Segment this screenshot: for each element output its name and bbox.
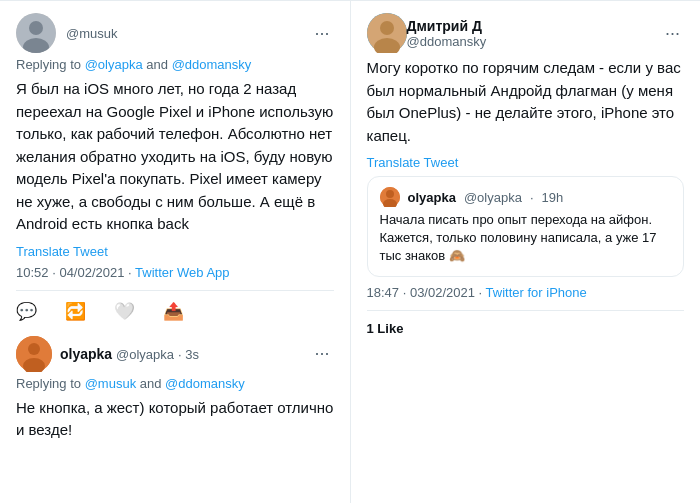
tweet-1-source[interactable]: Twitter Web App bbox=[135, 265, 229, 280]
quoted-time-val: 19h bbox=[542, 190, 564, 205]
tweet-3-avatar bbox=[367, 13, 407, 53]
tweet-1-reply-to: Replying to @olyapka and @ddomansky bbox=[16, 57, 334, 72]
tweet-2-body: Не кнопка, а жест) который работает отли… bbox=[16, 397, 334, 442]
tweet-3-display-name[interactable]: Дмитрий Д bbox=[407, 18, 661, 34]
tweet-3-header: Дмитрий Д @ddomansky ··· bbox=[367, 13, 685, 53]
retweet-icon: 🔁 bbox=[65, 301, 86, 322]
quoted-header: olyapka @olyapka · 19h bbox=[380, 187, 672, 207]
tweet-2-display-name[interactable]: olyapka bbox=[60, 346, 112, 362]
tweet-1-meta: 10:52 · 04/02/2021 · Twitter Web App bbox=[16, 265, 334, 280]
tweet-2-header: olyapka @olyapka · 3s ··· bbox=[16, 336, 334, 372]
svg-point-7 bbox=[380, 21, 394, 35]
tweet-2-avatar bbox=[16, 336, 52, 372]
like-button[interactable]: 🤍 bbox=[114, 301, 135, 322]
quoted-time: · bbox=[530, 190, 534, 205]
svg-point-1 bbox=[29, 21, 43, 35]
tweet-3-translate[interactable]: Translate Tweet bbox=[367, 155, 685, 170]
tweet-1: @musuk ··· Replying to @olyapka and @ddo… bbox=[16, 13, 334, 322]
tweet-3-more[interactable]: ··· bbox=[661, 19, 684, 48]
reply-to-musuk-link[interactable]: @musuk bbox=[85, 376, 137, 391]
share-icon: 📤 bbox=[163, 301, 184, 322]
reply-icon: 💬 bbox=[16, 301, 37, 322]
right-column: Дмитрий Д @ddomansky ··· Могу коротко по… bbox=[351, 1, 701, 503]
tweet-1-more[interactable]: ··· bbox=[310, 19, 333, 48]
quoted-display-name[interactable]: olyapka bbox=[408, 190, 456, 205]
tweet-2-user-info: olyapka @olyapka · 3s bbox=[60, 346, 302, 362]
tweet-1-avatar bbox=[16, 13, 56, 53]
tweet-2-time: 3s bbox=[185, 347, 199, 362]
tweet-1-user-info: @musuk bbox=[66, 26, 310, 41]
quoted-tweet[interactable]: olyapka @olyapka · 19h Начала писать про… bbox=[367, 176, 685, 277]
reply-button[interactable]: 💬 bbox=[16, 301, 37, 322]
tweet-3: Дмитрий Д @ddomansky ··· Могу коротко по… bbox=[367, 13, 685, 336]
likes-count: 1 Like bbox=[367, 321, 685, 336]
share-button[interactable]: 📤 bbox=[163, 301, 184, 322]
tweet-1-actions: 💬 🔁 🤍 📤 bbox=[16, 290, 334, 322]
reply-to-ddomansky-link[interactable]: @ddomansky bbox=[172, 57, 252, 72]
tweet-3-source[interactable]: Twitter for iPhone bbox=[486, 285, 587, 300]
tweet-1-header: @musuk ··· bbox=[16, 13, 334, 53]
reply-to-olyapka-link[interactable]: @olyapka bbox=[85, 57, 143, 72]
tweet-2-username[interactable]: @olyapka bbox=[116, 347, 174, 362]
reply-to-ddomansky-link2[interactable]: @ddomansky bbox=[165, 376, 245, 391]
tweet-3-username[interactable]: @ddomansky bbox=[407, 34, 661, 49]
quoted-avatar bbox=[380, 187, 400, 207]
retweet-button[interactable]: 🔁 bbox=[65, 301, 86, 322]
tweet-1-username[interactable]: @musuk bbox=[66, 26, 310, 41]
tweet-3-meta: 18:47 · 03/02/2021 · Twitter for iPhone bbox=[367, 285, 685, 300]
likes-divider bbox=[367, 310, 685, 311]
like-icon: 🤍 bbox=[114, 301, 135, 322]
left-column: @musuk ··· Replying to @olyapka and @ddo… bbox=[0, 1, 351, 503]
tweet-3-body: Могу коротко по горячим следам - если у … bbox=[367, 57, 685, 147]
svg-point-4 bbox=[28, 343, 40, 355]
quoted-body: Начала писать про опыт перехода на айфон… bbox=[380, 211, 672, 266]
tweet-3-user-info: Дмитрий Д @ddomansky bbox=[407, 18, 661, 49]
tweet-1-body: Я был на iOS много лет, но года 2 назад … bbox=[16, 78, 334, 236]
tweet-2-more[interactable]: ··· bbox=[310, 339, 333, 368]
tweet-2: olyapka @olyapka · 3s ··· Replying to @m… bbox=[16, 336, 334, 442]
tweet-1-translate[interactable]: Translate Tweet bbox=[16, 244, 334, 259]
svg-point-10 bbox=[386, 190, 394, 198]
tweet-2-reply-to: Replying to @musuk and @ddomansky bbox=[16, 376, 334, 391]
quoted-username[interactable]: @olyapka bbox=[464, 190, 522, 205]
